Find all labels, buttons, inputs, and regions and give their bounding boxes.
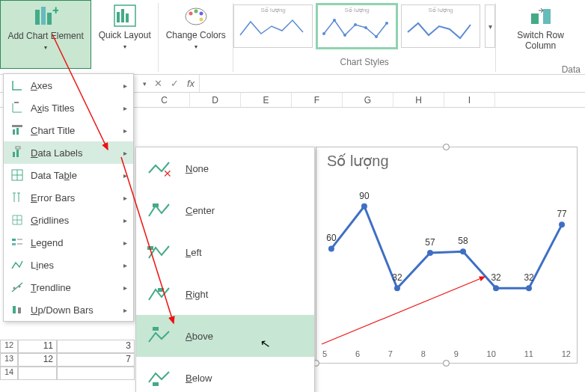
svg-rect-2 [47, 13, 52, 25]
cell[interactable] [57, 367, 135, 380]
menu-item-gridlines[interactable]: Gridlines▸ [4, 209, 133, 231]
cell[interactable]: 7 [57, 353, 135, 367]
enter-formula-button[interactable]: ✓ [166, 78, 183, 89]
table-row: 12 11 3 [0, 340, 135, 353]
menu-item-data-table[interactable]: Data Table▸ [4, 164, 133, 186]
resize-handle[interactable] [443, 144, 450, 150]
svg-point-18 [375, 35, 378, 38]
error-bars-icon [10, 190, 25, 205]
change-colors-label: Change Colors ▾ [163, 30, 228, 52]
menu-label: Gridlines [31, 215, 69, 226]
submenu-item-above[interactable]: Above [136, 315, 314, 357]
gridlines-icon [10, 212, 25, 227]
switch-row-column-icon [528, 3, 554, 28]
menu-label: Data Labels [31, 147, 82, 159]
svg-rect-27 [16, 150, 19, 157]
quick-layout-label: Quick Layout ▾ [96, 30, 153, 52]
chart-styles-more-button[interactable]: ▾ [485, 4, 495, 48]
data-labels-right-icon [147, 283, 172, 305]
col-header[interactable]: E [241, 93, 292, 107]
menu-item-up-down-bars[interactable]: Up/Down Bars▸ [4, 298, 133, 321]
chart-style-2[interactable]: Số lượng [317, 4, 396, 48]
col-header[interactable]: D [190, 93, 241, 107]
cell[interactable]: 11 [18, 340, 57, 353]
add-chart-element-menu: Axes▸ Axis Titles▸ Chart Title▸ Data Lab… [3, 73, 134, 322]
cell[interactable] [18, 367, 57, 380]
svg-rect-24 [13, 129, 15, 135]
cell[interactable]: 12 [18, 353, 57, 367]
change-colors-button[interactable]: Change Colors ▾ [159, 0, 233, 69]
submenu-item-none[interactable]: ✕ None [136, 147, 314, 189]
col-header[interactable]: H [393, 93, 444, 107]
menu-label: Up/Down Bars [31, 304, 94, 316]
svg-text:32: 32 [392, 272, 402, 283]
svg-point-15 [343, 34, 346, 37]
svg-rect-22 [14, 102, 19, 103]
legend-icon [10, 235, 25, 250]
chart-title-icon [10, 123, 25, 138]
submenu-item-right[interactable]: Right [136, 273, 314, 315]
submenu-item-center[interactable]: Center [136, 189, 314, 231]
svg-rect-21 [543, 9, 551, 24]
add-chart-element-button[interactable]: + Add Chart Element ▾ [0, 0, 91, 69]
cancel-formula-button[interactable]: ✕ [150, 78, 166, 89]
submenu-item-below[interactable]: Below [136, 357, 314, 392]
svg-rect-28 [16, 147, 20, 149]
svg-text:✕: ✕ [163, 168, 172, 179]
table-row: 13 12 7 [0, 353, 135, 367]
svg-rect-47 [147, 246, 153, 250]
col-header[interactable]: G [343, 93, 393, 107]
chart-title[interactable]: Số lượng [327, 152, 577, 170]
col-header[interactable]: F [292, 93, 343, 107]
formula-input[interactable] [199, 75, 585, 92]
embedded-chart[interactable]: Số lượng 6090325758323277 56789101112 [316, 147, 578, 364]
name-box-dropdown[interactable]: ▾ [139, 80, 150, 88]
data-labels-submenu: ✕ None Center Left Right Above Below [135, 147, 315, 392]
svg-rect-25 [16, 128, 19, 135]
table-row: 14 [0, 367, 135, 380]
axis-titles-icon [10, 100, 25, 115]
svg-rect-46 [153, 203, 159, 207]
svg-rect-44 [18, 307, 21, 313]
svg-point-61 [493, 285, 499, 291]
axes-icon [10, 78, 25, 93]
col-header[interactable]: C [139, 93, 190, 107]
quick-layout-button[interactable]: Quick Layout ▾ [91, 0, 158, 69]
chart-plot-area[interactable]: 6090325758323277 [322, 177, 571, 341]
svg-text:58: 58 [458, 236, 468, 246]
col-header[interactable]: I [444, 93, 495, 107]
menu-item-axes[interactable]: Axes▸ [4, 74, 133, 97]
svg-point-65 [559, 221, 565, 227]
trendline-icon [10, 280, 25, 295]
row-header[interactable]: 12 [0, 340, 18, 353]
chart-style-3[interactable]: Số lượng [401, 4, 480, 48]
submenu-item-left[interactable]: Left [136, 231, 314, 273]
svg-text:+: + [52, 4, 58, 16]
data-group-label: Data [562, 64, 581, 75]
svg-point-63 [526, 285, 532, 291]
menu-item-axis-titles[interactable]: Axis Titles▸ [4, 97, 133, 119]
svg-point-13 [322, 32, 325, 35]
menu-item-data-labels[interactable]: Data Labels▸ [4, 141, 133, 164]
fx-label[interactable]: fx [187, 78, 195, 89]
menu-item-chart-title[interactable]: Chart Title▸ [4, 119, 133, 141]
menu-label: Axis Titles [31, 102, 75, 114]
resize-handle[interactable] [443, 360, 450, 367]
data-labels-below-icon [147, 367, 172, 389]
switch-row-column-button[interactable]: Switch Row Column [496, 0, 585, 69]
menu-label: Data Table [31, 170, 77, 181]
menu-label: Axes [31, 80, 52, 91]
cell[interactable]: 3 [57, 340, 135, 353]
menu-item-lines[interactable]: Lines▸ [4, 254, 133, 276]
menu-item-legend[interactable]: Legend▸ [4, 231, 133, 254]
submenu-label: Left [186, 247, 202, 258]
row-header[interactable]: 13 [0, 353, 18, 367]
sheet-rows: 12 11 3 13 12 7 14 [0, 340, 135, 380]
svg-rect-20 [531, 13, 539, 24]
row-header[interactable]: 14 [0, 367, 18, 380]
quick-layout-icon [112, 3, 138, 28]
submenu-label: Below [186, 373, 212, 384]
chart-style-1[interactable]: Số lượng [233, 4, 313, 48]
menu-item-trendline[interactable]: Trendline▸ [4, 276, 133, 298]
menu-item-error-bars[interactable]: Error Bars▸ [4, 186, 133, 209]
